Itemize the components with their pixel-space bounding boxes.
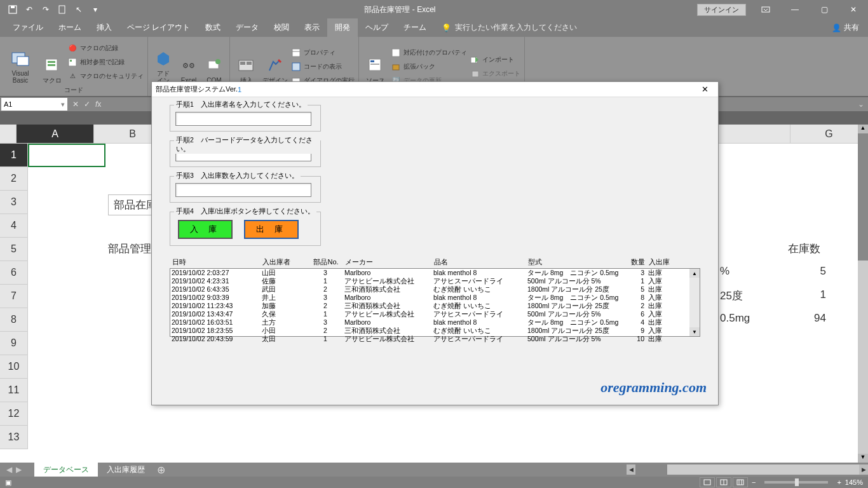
row-header-8[interactable]: 8 — [0, 308, 28, 332]
vertical-scrollbar[interactable]: ▲ ▼ — [858, 125, 868, 463]
fx-icon[interactable]: fx — [95, 100, 101, 109]
listbox-scroll-up-icon[interactable]: ▲ — [689, 269, 700, 278]
row-header-7[interactable]: 7 — [0, 285, 28, 308]
maximize-icon[interactable]: ▢ — [810, 0, 839, 19]
row-header-3[interactable]: 3 — [0, 191, 28, 214]
relative-ref-button[interactable]: 相対参照で記録 — [67, 56, 144, 69]
stock-in-button[interactable]: 入 庫 — [178, 220, 233, 239]
undo-icon[interactable]: ↶ — [22, 2, 37, 17]
zoom-value[interactable]: 145% — [845, 478, 863, 486]
history-listbox[interactable]: 2019/10/02 2:03:27山田3Marlboroblak mentho… — [170, 268, 700, 337]
row-header-5[interactable]: 5 — [0, 238, 28, 261]
signin-button[interactable]: サインイン — [697, 4, 746, 16]
list-item[interactable]: 2019/10/02 11:23:43加藤2三和酒類株式会社むぎ焼酎 いいちこ1… — [170, 302, 700, 310]
macro-record-status-icon[interactable]: ▣ — [5, 478, 11, 487]
zoom-out-icon[interactable]: − — [752, 478, 756, 486]
pointer-icon[interactable]: ↖ — [71, 2, 86, 17]
dialog-titlebar[interactable]: 部品在庫管理システムVer.1 ✕ — [152, 82, 718, 97]
scroll-down-icon[interactable]: ▼ — [858, 454, 868, 463]
view-pagelayout-icon[interactable] — [716, 477, 731, 487]
dialog-close-icon[interactable]: ✕ — [695, 85, 714, 94]
confirm-icon[interactable]: ✓ — [84, 100, 90, 109]
horizontal-scrollbar[interactable]: ◀ ▶ — [627, 464, 868, 475]
operator-name-input[interactable] — [175, 112, 311, 126]
tell-me[interactable]: 💡 実行したい作業を入力してください — [434, 18, 585, 37]
macro-button[interactable]: マクロ — [39, 39, 65, 84]
tab-data[interactable]: データ — [228, 18, 266, 37]
tab-team[interactable]: チーム — [396, 18, 434, 37]
excel-addin-button[interactable]: ⚙⚙ Excel — [177, 39, 200, 84]
sheet-nav[interactable]: ◀▶ — [0, 465, 28, 474]
tab-review[interactable]: 校閲 — [266, 18, 297, 37]
list-item[interactable]: 2019/10/02 6:43:35武田2三和酒類株式会社むぎ焼酎 いいちこ18… — [170, 285, 700, 294]
quantity-input[interactable] — [175, 183, 311, 197]
list-item[interactable]: 2019/10/02 16:03:51土方3Marlboroblak menth… — [170, 318, 700, 327]
record-macro-button[interactable]: 🔴マクロの記録 — [67, 42, 144, 55]
row-header-2[interactable]: 2 — [0, 167, 28, 191]
cell-a1-selected[interactable] — [28, 144, 105, 167]
row-header-11[interactable]: 11 — [0, 379, 28, 402]
col-header-g[interactable]: G — [790, 125, 868, 143]
properties-button[interactable]: プロパティ — [291, 46, 355, 59]
tab-insert[interactable]: 挿入 — [89, 18, 119, 37]
stock-out-button[interactable]: 出 庫 — [244, 220, 299, 239]
select-all-corner[interactable] — [0, 125, 17, 143]
row-header-6[interactable]: 6 — [0, 261, 28, 285]
view-pagebreak-icon[interactable] — [733, 477, 748, 487]
new-icon[interactable] — [55, 2, 70, 17]
row-header-13[interactable]: 13 — [0, 426, 28, 449]
tab-file[interactable]: ファイル — [5, 18, 51, 37]
design-mode-button[interactable]: デザイン — [262, 39, 288, 84]
row-header-12[interactable]: 12 — [0, 402, 28, 426]
com-addin-button[interactable]: COM — [203, 39, 226, 84]
source-button[interactable]: ソース — [363, 39, 388, 84]
ribbon-options-icon[interactable] — [751, 0, 780, 19]
list-item[interactable]: 2019/10/02 2:03:27山田3Marlboroblak mentho… — [170, 269, 700, 277]
list-item[interactable]: 2019/10/02 13:43:47久保1アサヒビール株式会社アサヒスーパード… — [170, 310, 700, 318]
col-header-a[interactable]: A — [17, 125, 94, 143]
list-item[interactable]: 2019/10/02 4:23:31佐藤1アサヒビール株式会社アサヒスーパードラ… — [170, 277, 700, 285]
expand-formula-icon[interactable]: ⌄ — [854, 100, 868, 109]
name-box[interactable]: A1▾ — [1, 98, 67, 111]
listbox-scroll-down-icon[interactable]: ▼ — [689, 327, 700, 336]
tab-home[interactable]: ホーム — [51, 18, 89, 37]
view-code-button[interactable]: コードの表示 — [291, 60, 355, 73]
scroll-up-icon[interactable]: ▲ — [858, 125, 868, 133]
list-item[interactable]: 2019/10/02 20:43:59太田1アサヒビール株式会社アサヒスーパード… — [170, 335, 700, 343]
qat-dropdown-icon[interactable]: ▾ — [88, 2, 103, 17]
list-item[interactable]: 2019/10/02 9:03:39井上3Marlboroblak mentho… — [170, 294, 700, 302]
tab-layout[interactable]: ページ レイアウト — [119, 18, 198, 37]
save-icon[interactable] — [5, 2, 20, 17]
insert-control-button[interactable]: 挿入 — [234, 39, 259, 84]
list-item[interactable]: 2019/10/02 18:23:55小田2三和酒類株式会社むぎ焼酎 いいちこ1… — [170, 327, 700, 335]
hscroll-thumb[interactable] — [635, 464, 667, 475]
sheet-prev-icon[interactable]: ◀ — [6, 465, 12, 474]
scroll-thumb[interactable] — [858, 133, 868, 261]
close-icon[interactable]: ✕ — [839, 0, 868, 19]
view-normal-icon[interactable] — [700, 477, 715, 487]
sheet-next-icon[interactable]: ▶ — [16, 465, 22, 474]
expansion-pack-button[interactable]: 拡張パック — [391, 60, 467, 73]
row-header-9[interactable]: 9 — [0, 332, 28, 355]
sheet-tab-database[interactable]: データベース — [34, 463, 98, 477]
sheet-tab-history[interactable]: 入出庫履歴 — [98, 463, 154, 477]
macro-security-button[interactable]: ⚠マクロのセキュリティ — [67, 70, 144, 83]
row-header-10[interactable]: 10 — [0, 355, 28, 379]
share-button[interactable]: 👤 共有 — [823, 18, 868, 37]
listbox-scrollbar[interactable]: ▲ ▼ — [689, 269, 700, 336]
hscroll-left-icon[interactable]: ◀ — [627, 464, 635, 475]
import-button[interactable]: インポート — [470, 53, 520, 66]
tab-help[interactable]: ヘルプ — [358, 18, 396, 37]
row-header-4[interactable]: 4 — [0, 214, 28, 238]
cancel-icon[interactable]: ✕ — [72, 100, 79, 109]
map-properties-button[interactable]: 対応付けのプロパティ — [391, 46, 467, 59]
zoom-thumb[interactable] — [795, 478, 799, 486]
row-header-1[interactable]: 1 — [0, 144, 28, 167]
tab-view[interactable]: 表示 — [297, 18, 327, 37]
visual-basic-button[interactable]: Visual Basic — [4, 39, 37, 84]
hscroll-right-icon[interactable]: ▶ — [859, 464, 868, 475]
addin-button[interactable]: アドイン — [152, 39, 175, 84]
add-sheet-button[interactable]: ⊕ — [154, 463, 168, 477]
tab-developer[interactable]: 開発 — [327, 18, 358, 37]
zoom-in-icon[interactable]: + — [837, 478, 841, 486]
